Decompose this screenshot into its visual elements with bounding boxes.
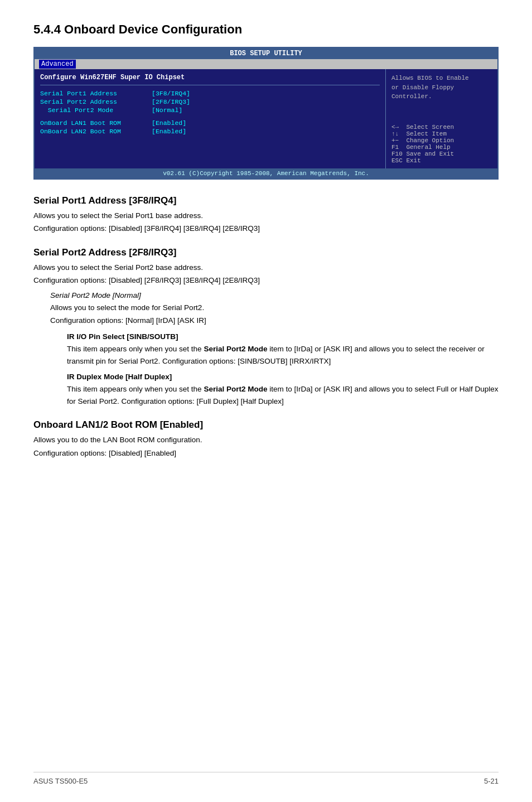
section-para-lan-1: Allows you to do the LAN Boot ROM config…	[33, 434, 499, 446]
section-title-onboard-lan: Onboard LAN1/2 Boot ROM [Enabled]	[33, 419, 499, 431]
subsection-title-serial-port2-mode: Serial Port2 Mode [Normal]	[50, 291, 499, 299]
bios-item-value-serial-port2-mode: [Normal]	[152, 107, 182, 114]
bios-key-pm: +− Change Option	[391, 137, 492, 144]
bios-item-serial-port2-mode: Serial Port2 Mode [Normal]	[40, 107, 380, 114]
bios-key-reference: <→ Select Screen ↑↓ Select Item +− Chang…	[391, 124, 492, 164]
bios-left-panel: Configure Win627EHF Super IO Chipset Ser…	[35, 69, 386, 168]
section-serial-port2: Serial Port2 Address [2F8/IRQ3] Allows y…	[33, 247, 499, 408]
bios-ui-box: BIOS SETUP UTILITY Advanced Configure Wi…	[33, 47, 499, 180]
bios-item-value-lan2: [Enabled]	[152, 128, 186, 135]
footer-left: ASUS TS500-E5	[33, 777, 88, 785]
bios-header: BIOS SETUP UTILITY	[35, 48, 497, 59]
sub-subsection-title-ir-io-pin: IR I/O Pin Select [SINB/SOUTB]	[67, 332, 499, 341]
bios-item-value-lan1: [Enabled]	[152, 119, 186, 127]
section-para-lan-2: Configuration options: [Disabled] [Enabl…	[33, 447, 499, 460]
bios-footer: v02.61 (C)Copyright 1985-2008, American …	[35, 168, 497, 178]
bios-item-value-serial-port1: [3F8/IRQ4]	[152, 90, 190, 97]
subsection-serial-port2-mode: Serial Port2 Mode [Normal] Allows you to…	[50, 291, 499, 408]
section-para-serial-port1-1: Allows you to select the Serial Port1 ba…	[33, 210, 499, 222]
bios-help-text: Allows BIOS to Enableor Disable FloppyCo…	[391, 74, 492, 102]
footer-right: 5-21	[484, 777, 499, 785]
bios-item-serial-port1: Serial Port1 Address [3F8/IRQ4]	[40, 90, 380, 97]
bios-key-f1: F1 General Help	[391, 144, 492, 151]
bios-menu-bar: Advanced	[35, 59, 497, 69]
bios-item-lan1-boot-rom: OnBoard LAN1 Boot ROM [Enabled]	[40, 119, 380, 127]
bios-key-lr: <→ Select Screen	[391, 124, 492, 131]
bios-right-panel: Allows BIOS to Enableor Disable FloppyCo…	[386, 69, 497, 168]
bios-key-ud: ↑↓ Select Item	[391, 131, 492, 137]
bios-content-area: Configure Win627EHF Super IO Chipset Ser…	[35, 69, 497, 168]
page-title: 5.4.4 Onboard Device Configuration	[33, 22, 499, 37]
subsection-para-mode-1: Allows you to select the mode for Serial…	[50, 302, 499, 314]
section-para-serial-port2-1: Allows you to select the Serial Port2 ba…	[33, 262, 499, 274]
bios-key-esc: ESC Exit	[391, 157, 492, 164]
bios-section-title: Configure Win627EHF Super IO Chipset	[40, 74, 380, 81]
subsection-para-mode-2: Configuration options: [Normal] [IrDA] […	[50, 315, 499, 327]
section-serial-port1: Serial Port1 Address [3F8/IRQ4] Allows y…	[33, 195, 499, 235]
bios-item-label-serial-port2-mode: Serial Port2 Mode	[40, 107, 152, 114]
section-para-serial-port2-2: Configuration options: [Disabled] [2F8/I…	[33, 274, 499, 287]
sub-subsection-ir-io-pin: IR I/O Pin Select [SINB/SOUTB] This item…	[67, 332, 499, 367]
bios-item-label-lan1: OnBoard LAN1 Boot ROM	[40, 119, 152, 127]
page-footer: ASUS TS500-E5 5-21	[33, 772, 499, 785]
bios-item-label-lan2: OnBoard LAN2 Boot ROM	[40, 128, 152, 135]
sub-subsection-ir-duplex: IR Duplex Mode [Half Duplex] This item a…	[67, 373, 499, 407]
section-title-serial-port2: Serial Port2 Address [2F8/IRQ3]	[33, 247, 499, 258]
bios-menu-advanced[interactable]: Advanced	[39, 60, 76, 69]
bios-item-serial-port2: Serial Port2 Address [2F8/IRQ3]	[40, 98, 380, 105]
bios-item-label-serial-port1: Serial Port1 Address	[40, 90, 152, 97]
sub-subsection-title-ir-duplex: IR Duplex Mode [Half Duplex]	[67, 373, 499, 381]
bios-item-lan2-boot-rom: OnBoard LAN2 Boot ROM [Enabled]	[40, 128, 380, 135]
bios-item-label-serial-port2: Serial Port2 Address	[40, 98, 152, 105]
sub-subsection-body-ir-io-pin: This item appears only when you set the …	[67, 343, 499, 367]
bios-item-value-serial-port2: [2F8/IRQ3]	[152, 98, 190, 105]
section-para-serial-port1-2: Configuration options: [Disabled] [3F8/I…	[33, 223, 499, 235]
section-title-serial-port1: Serial Port1 Address [3F8/IRQ4]	[33, 195, 499, 206]
section-onboard-lan: Onboard LAN1/2 Boot ROM [Enabled] Allows…	[33, 419, 499, 459]
bios-key-f10: F10 Save and Exit	[391, 151, 492, 157]
sub-subsection-body-ir-duplex: This item appears only when you set the …	[67, 383, 499, 407]
